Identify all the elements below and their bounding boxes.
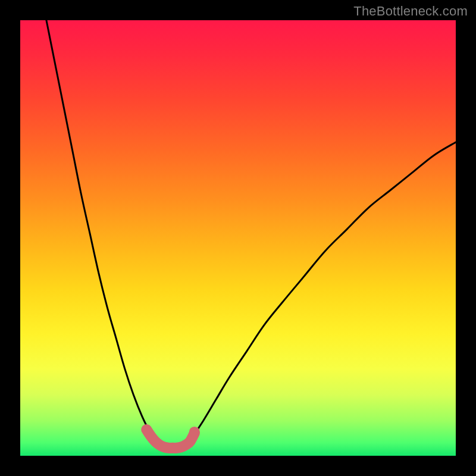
watermark-text: TheBottleneck.com [353,4,468,19]
highlight-end-dot [189,427,200,437]
bottleneck-curve [46,20,456,448]
curve-markers [146,427,200,448]
chart-svg [20,20,456,456]
chart-frame: TheBottleneck.com [0,0,476,476]
curve-lines [46,20,456,448]
highlight-stroke [146,430,195,448]
